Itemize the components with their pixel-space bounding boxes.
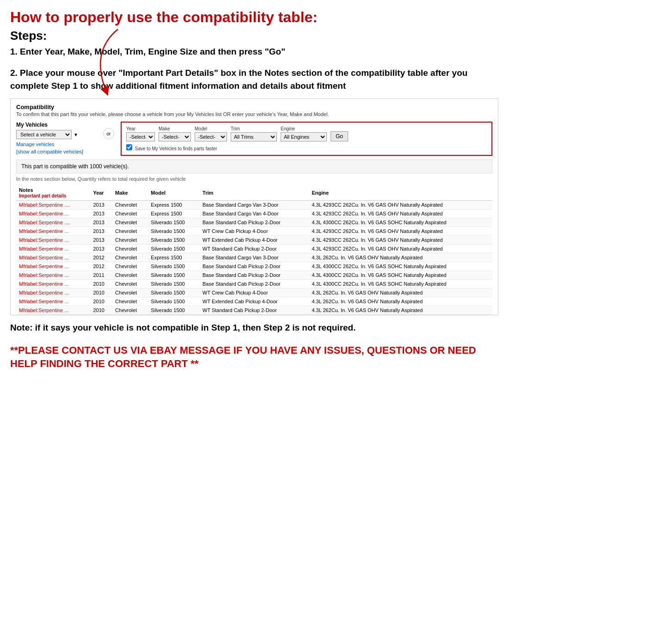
model-cell: Silverado 1500 <box>148 271 200 280</box>
year-cell: 2010 <box>90 288 112 297</box>
notes-cell: Mfrlabel:Serpentine ... <box>16 306 90 315</box>
year-make-engine-box: Year -Select- Make -Select- Model -Selec… <box>121 122 492 156</box>
year-select[interactable]: -Select- <box>126 132 155 141</box>
compat-top-row: My Vehicles Select a vehicle ▼ Manage ve… <box>16 122 492 156</box>
make-cell: Chevrolet <box>112 297 148 306</box>
save-checkbox[interactable] <box>126 144 132 150</box>
model-cell: Silverado 1500 <box>148 297 200 306</box>
make-cell: Chevrolet <box>112 253 148 262</box>
model-cell: Silverado 1500 <box>148 280 200 288</box>
my-vehicles-label: My Vehicles <box>16 122 90 128</box>
trim-cell: WT Extended Cab Pickup 4-Door <box>200 297 309 306</box>
trim-label: Trim <box>231 126 277 131</box>
table-header-row: Notes Important part details Year Make M… <box>16 185 492 201</box>
engine-cell: 4.3L 4300CC 262Cu. In. V6 GAS SOHC Natur… <box>309 218 492 227</box>
trim-cell: Base Standard Cargo Van 4-Door <box>200 209 309 218</box>
trim-select[interactable]: All Trims <box>231 132 277 141</box>
make-cell: Chevrolet <box>112 245 148 253</box>
make-cell: Chevrolet <box>112 201 148 209</box>
engine-select[interactable]: All Engines <box>281 132 327 141</box>
table-row: Mfrlabel:Serpentine ...2010ChevroletSilv… <box>16 288 492 297</box>
engine-label: Engine <box>281 126 327 131</box>
trim-cell: Base Standard Cab Pickup 2-Door <box>200 271 309 280</box>
step2-text: 2. Place your mouse over "Important Part… <box>10 67 498 92</box>
year-cell: 2013 <box>90 236 112 245</box>
model-label: Model <box>195 126 227 131</box>
engine-cell: 4.3L 262Cu. In. V6 GAS OHV Naturally Asp… <box>309 253 492 262</box>
steps-label: Steps: <box>10 29 498 43</box>
year-cell: 2013 <box>90 227 112 236</box>
trim-cell: Base Standard Cab Pickup 2-Door <box>200 280 309 288</box>
year-cell: 2013 <box>90 201 112 209</box>
notes-cell: Mfrlabel:Serpentine.... <box>16 209 90 218</box>
engine-cell: 4.3L 262Cu. In. V6 GAS OHV Naturally Asp… <box>309 288 492 297</box>
make-select[interactable]: -Select- <box>159 132 191 141</box>
vehicle-select-dropdown[interactable]: Select a vehicle <box>16 130 72 139</box>
my-vehicles-section: My Vehicles Select a vehicle ▼ Manage ve… <box>16 122 90 154</box>
trim-cell: WT Standard Cab Pickup 2-Door <box>200 306 309 315</box>
save-checkbox-row: Save to My Vehicles to finds parts faste… <box>126 144 487 151</box>
year-cell: 2011 <box>90 271 112 280</box>
table-row: Mfrlabel:Serpentine ...2012ChevroletSilv… <box>16 262 492 271</box>
table-row: Mfrlabel:Serpentine ....2013ChevroletSil… <box>16 218 492 227</box>
trim-cell: WT Crew Cab Pickup 4-Door <box>200 227 309 236</box>
compat-title: Compatibility <box>16 104 492 110</box>
model-cell: Silverado 1500 <box>148 262 200 271</box>
notes-cell: Mfrlabel:Serpentine ... <box>16 236 90 245</box>
quantity-note: In the notes section below, Quantity ref… <box>16 176 492 182</box>
trim-field-group: Trim All Trims <box>231 126 277 141</box>
trim-cell: Base Standard Cab Pickup 2-Door <box>200 218 309 227</box>
model-cell: Silverado 1500 <box>148 218 200 227</box>
year-cell: 2013 <box>90 218 112 227</box>
year-label: Year <box>126 126 155 131</box>
table-row: Mfrlabel:Serpentine ...2010ChevroletSilv… <box>16 297 492 306</box>
model-select[interactable]: -Select- <box>195 132 227 141</box>
model-cell: Silverado 1500 <box>148 236 200 245</box>
notes-cell: Mfrlabel:Serpentine ... <box>16 271 90 280</box>
notes-cell: Mfrlabel:Serpentine ... <box>16 245 90 253</box>
engine-cell: 4.3L 4293CC 262Cu. In. V6 GAS OHV Natura… <box>309 245 492 253</box>
dropdown-arrow-icon: ▼ <box>74 132 78 137</box>
trim-cell: WT Crew Cab Pickup 4-Door <box>200 288 309 297</box>
model-cell: Silverado 1500 <box>148 245 200 253</box>
engine-cell: 4.3L 4293CC 262Cu. In. V6 GAS OHV Natura… <box>309 236 492 245</box>
model-cell: Silverado 1500 <box>148 227 200 236</box>
col-header-year: Year <box>90 185 112 201</box>
show-all-link[interactable]: [show all compatible vehicles] <box>16 149 90 154</box>
notes-cell: Mfrlabel:Serpentine ... <box>16 297 90 306</box>
compatible-count-bar: This part is compatible with 1000 vehicl… <box>16 159 492 173</box>
engine-cell: 4.3L 4293CC 262Cu. In. V6 GAS OHV Natura… <box>309 201 492 209</box>
model-cell: Silverado 1500 <box>148 306 200 315</box>
engine-cell: 4.3L 4300CC 262Cu. In. V6 GAS SOHC Natur… <box>309 271 492 280</box>
year-cell: 2012 <box>90 262 112 271</box>
make-field-group: Make -Select- <box>159 126 191 141</box>
notes-cell: Mfrlabel:Serpentine ... <box>16 280 90 288</box>
compatibility-section: Compatibility To confirm that this part … <box>10 98 498 315</box>
year-cell: 2010 <box>90 306 112 315</box>
manage-vehicles-link[interactable]: Manage vehicles <box>16 141 90 147</box>
notes-cell: Mfrlabel:Serpentine .... <box>16 201 90 209</box>
table-row: Mfrlabel:Serpentine ....2013ChevroletExp… <box>16 201 492 209</box>
engine-cell: 4.3L 262Cu. In. V6 GAS OHV Naturally Asp… <box>309 306 492 315</box>
trim-cell: WT Extended Cab Pickup 4-Door <box>200 236 309 245</box>
go-button[interactable]: Go <box>331 131 348 141</box>
col-header-model: Model <box>148 185 200 201</box>
table-row: Mfrlabel:Serpentine ...2010ChevroletSilv… <box>16 306 492 315</box>
make-cell: Chevrolet <box>112 236 148 245</box>
notes-cell: Mfrlabel:Serpentine ... <box>16 262 90 271</box>
notes-cell: Mfrlabel:Serpentine .... <box>16 218 90 227</box>
table-row: Mfrlabel:Serpentine ...2013ChevroletSilv… <box>16 227 492 236</box>
or-indicator: or <box>103 128 114 139</box>
table-row: Mfrlabel:Serpentine ...2011ChevroletSilv… <box>16 271 492 280</box>
engine-cell: 4.3L 4300CC 262Cu. In. V6 GAS SOHC Natur… <box>309 262 492 271</box>
main-title: How to properly use the compatibility ta… <box>10 8 498 26</box>
year-cell: 2012 <box>90 253 112 262</box>
engine-cell: 4.3L 4293CC 262Cu. In. V6 GAS OHV Natura… <box>309 209 492 218</box>
table-row: Mfrlabel:Serpentine ...2013ChevroletSilv… <box>16 236 492 245</box>
trim-cell: Base Standard Cab Pickup 2-Door <box>200 262 309 271</box>
notes-cell: Mfrlabel:Serpentine ... <box>16 227 90 236</box>
table-row: Mfrlabel:Serpentine....2013ChevroletExpr… <box>16 209 492 218</box>
make-cell: Chevrolet <box>112 271 148 280</box>
notes-sub-label: Important part details <box>19 193 66 198</box>
trim-cell: Base Standard Cargo Van 3-Door <box>200 201 309 209</box>
